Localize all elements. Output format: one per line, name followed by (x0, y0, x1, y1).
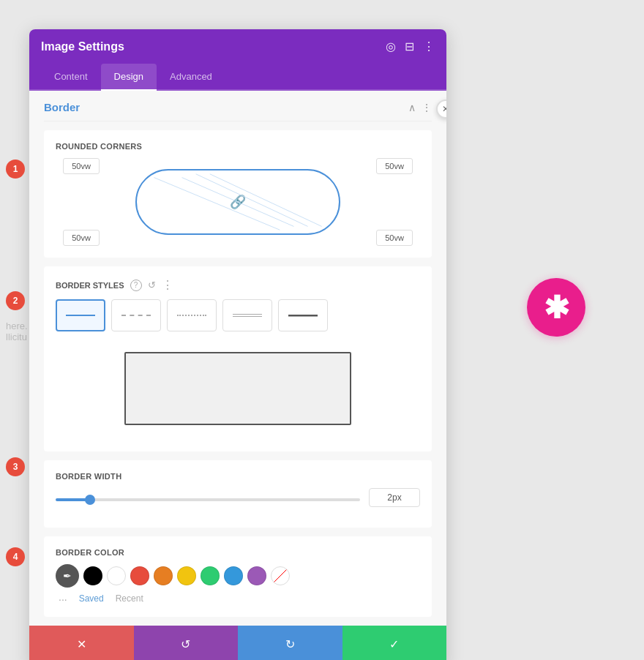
style-groove[interactable] (278, 299, 328, 331)
border-width-section: Border Width 2px (44, 460, 432, 528)
panel-body: Border ∧ ⋮ Rounded Corners 50vw 50vw (29, 91, 446, 660)
corner-bottom-left[interactable]: 50vw (63, 230, 100, 246)
border-styles-section: Border Styles ? ↺ ⋮ (44, 266, 432, 451)
diagonal-lines-overlay (137, 170, 339, 233)
dotted-line (177, 315, 206, 316)
bottom-toolbar: ✕ ↺ ↻ ✓ (29, 626, 446, 660)
svg-line-0 (182, 178, 294, 227)
border-section: Border ∧ ⋮ Rounded Corners 50vw 50vw (29, 91, 446, 617)
groove-line (288, 315, 318, 317)
border-preview-box (124, 352, 351, 425)
confirm-button[interactable]: ✓ (342, 626, 447, 660)
swatch-transparent[interactable] (271, 566, 290, 585)
tab-design[interactable]: Design (101, 64, 157, 91)
step-badge-2: 2 (6, 291, 25, 310)
tabs-bar: Content Design Advanced (29, 64, 446, 91)
style-solid[interactable] (56, 299, 105, 331)
cancel-button[interactable]: ✕ (29, 626, 134, 660)
tab-advanced[interactable]: Advanced (157, 64, 225, 91)
section-chevron-up-icon[interactable]: ∧ (408, 102, 416, 113)
corner-bottom-right[interactable]: 50vw (376, 230, 413, 246)
corner-top-right[interactable]: 50vw (376, 158, 413, 174)
double-line (233, 314, 262, 317)
border-width-row: 2px (56, 488, 420, 507)
svg-line-3 (154, 178, 280, 230)
step-badge-1: 1 (6, 160, 25, 179)
border-width-label: Border Width (56, 472, 420, 481)
panel-title: Image Settings (41, 40, 124, 53)
more-vert-icon[interactable]: ⋮ (423, 40, 435, 53)
color-tab-recent[interactable]: Recent (116, 593, 143, 605)
border-styles-label: Border Styles (56, 281, 124, 290)
header-icons: ◎ ⊟ ⋮ (386, 40, 435, 53)
color-tabs: ··· Saved Recent (56, 593, 420, 605)
color-swatches-row: ✒ (56, 564, 420, 588)
border-width-slider[interactable] (56, 498, 360, 501)
rounded-corners-widget: 50vw 50vw 🔗 50vw (63, 158, 413, 246)
section-header-border: Border ∧ ⋮ (44, 91, 432, 121)
border-styles-label-row: Border Styles ? ↺ ⋮ (56, 278, 420, 292)
solid-line (66, 315, 95, 316)
color-more-button[interactable]: ··· (59, 593, 67, 605)
help-icon[interactable]: ? (130, 280, 142, 291)
border-width-value[interactable]: 2px (369, 488, 420, 507)
swatch-yellow[interactable] (177, 566, 196, 585)
step-badge-4: 4 (6, 547, 25, 566)
slider-container (56, 491, 360, 504)
reset-icon[interactable]: ↺ (148, 280, 156, 290)
swatch-blue[interactable] (224, 566, 243, 585)
focus-icon[interactable]: ◎ (386, 40, 396, 53)
swatch-black[interactable] (83, 566, 102, 585)
background-text: here.llicitu (0, 315, 34, 348)
tab-content[interactable]: Content (41, 64, 101, 91)
border-styles-options (56, 299, 420, 331)
section-more-icon[interactable]: ⋮ (422, 102, 432, 113)
border-color-section: Border Color ✒ ··· S (44, 536, 432, 617)
swatch-red[interactable] (130, 566, 149, 585)
style-dashed[interactable] (111, 299, 161, 331)
columns-icon[interactable]: ⊟ (405, 40, 414, 53)
image-settings-panel: Image Settings ◎ ⊟ ⋮ Content Design Adva… (29, 29, 446, 660)
swatch-purple[interactable] (247, 566, 266, 585)
swatch-white[interactable] (107, 566, 126, 585)
undo-button[interactable]: ↺ (134, 626, 239, 660)
eyedropper-button[interactable]: ✒ (56, 564, 79, 588)
border-color-label: Border Color (56, 548, 420, 557)
border-oval-preview: 🔗 (135, 169, 340, 235)
style-dotted[interactable] (167, 299, 217, 331)
section-header-icons: ∧ ⋮ (408, 102, 432, 113)
rounded-corners-section: Rounded Corners 50vw 50vw (44, 130, 432, 258)
redo-button[interactable]: ↻ (238, 626, 342, 660)
more-styles-icon[interactable]: ⋮ (162, 278, 173, 292)
color-tab-saved[interactable]: Saved (79, 593, 104, 605)
style-double[interactable] (222, 299, 272, 331)
swatch-orange[interactable] (154, 566, 173, 585)
corner-top-left[interactable]: 50vw (63, 158, 100, 174)
dashed-line (121, 315, 151, 316)
step-badge-3: 3 (6, 457, 25, 476)
asterisk-icon: ✱ (527, 278, 585, 337)
svg-line-2 (210, 174, 322, 227)
panel-header: Image Settings ◎ ⊟ ⋮ (29, 29, 446, 64)
swatch-green[interactable] (201, 566, 220, 585)
rounded-corners-label: Rounded Corners (56, 142, 420, 151)
section-title-border: Border (44, 101, 80, 113)
